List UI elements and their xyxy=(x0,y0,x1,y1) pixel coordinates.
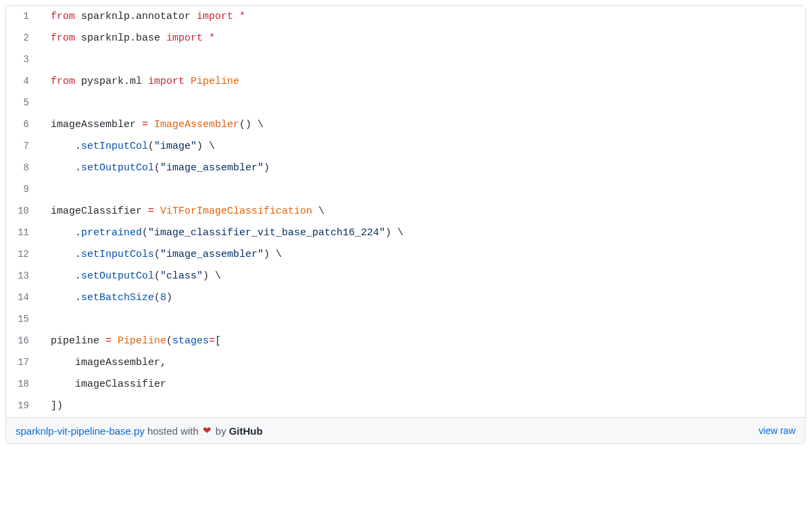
line-number: 19 xyxy=(6,396,40,416)
line-content[interactable] xyxy=(40,93,57,114)
line-content[interactable]: from pyspark.ml import Pipeline xyxy=(40,71,239,93)
line-content[interactable]: from sparknlp.annotator import * xyxy=(40,6,245,28)
code-line: 9 xyxy=(6,179,805,201)
github-link[interactable]: GitHub xyxy=(229,425,263,437)
line-number: 15 xyxy=(6,310,40,329)
line-number: 3 xyxy=(6,50,40,70)
line-content[interactable]: .pretrained("image_classifier_vit_base_p… xyxy=(40,222,403,244)
hosted-with-text: hosted with xyxy=(147,425,199,437)
code-line: 2from sparknlp.base import * xyxy=(6,28,805,49)
view-raw-link[interactable]: view raw xyxy=(759,425,795,436)
line-content[interactable]: from sparknlp.base import * xyxy=(40,28,215,49)
code-line: 10imageClassifier = ViTForImageClassific… xyxy=(6,201,805,222)
code-line: 13 .setOutputCol("class") \ xyxy=(6,266,805,287)
gist-container: 1from sparknlp.annotator import *2from s… xyxy=(5,5,806,444)
code-line: 1from sparknlp.annotator import * xyxy=(6,6,805,28)
line-number: 5 xyxy=(6,93,40,113)
code-line: 12 .setInputCols("image_assembler") \ xyxy=(6,244,805,266)
code-line: 17 imageAssembler, xyxy=(6,352,805,374)
code-line: 16pipeline = Pipeline(stages=[ xyxy=(6,331,805,352)
line-number: 9 xyxy=(6,180,40,199)
line-content[interactable]: imageAssembler = ImageAssembler() \ xyxy=(40,114,264,136)
line-number: 6 xyxy=(6,115,40,135)
code-area: 1from sparknlp.annotator import *2from s… xyxy=(6,6,805,417)
line-content[interactable]: .setInputCols("image_assembler") \ xyxy=(40,244,282,266)
code-line: 11 .pretrained("image_classifier_vit_bas… xyxy=(6,222,805,244)
line-number: 16 xyxy=(6,331,40,351)
line-number: 13 xyxy=(6,266,40,286)
line-number: 18 xyxy=(6,374,40,394)
line-number: 14 xyxy=(6,288,40,308)
line-content[interactable]: imageClassifier xyxy=(40,374,166,395)
line-content[interactable]: .setOutputCol("class") \ xyxy=(40,266,221,287)
line-number: 12 xyxy=(6,245,40,264)
code-line: 7 .setInputCol("image") \ xyxy=(6,136,805,158)
code-line: 18 imageClassifier xyxy=(6,374,805,395)
code-line: 19]) xyxy=(6,395,805,417)
line-content[interactable]: .setOutputCol("image_assembler") xyxy=(40,158,270,179)
code-line: 8 .setOutputCol("image_assembler") xyxy=(6,158,805,179)
line-number: 17 xyxy=(6,353,40,372)
code-line: 15 xyxy=(6,309,805,331)
gist-meta-left: sparknlp-vit-pipeline-base.py hosted wit… xyxy=(16,425,263,437)
heart-icon: ❤ xyxy=(203,425,212,437)
line-content[interactable]: .setBatchSize(8) xyxy=(40,287,172,309)
line-content[interactable] xyxy=(40,179,57,201)
line-content[interactable]: .setInputCol("image") \ xyxy=(40,136,215,158)
line-content[interactable]: imageClassifier = ViTForImageClassificat… xyxy=(40,201,324,222)
line-content[interactable] xyxy=(40,309,57,331)
code-line: 5 xyxy=(6,93,805,114)
line-content[interactable] xyxy=(40,49,57,71)
line-number: 1 xyxy=(6,7,40,26)
line-number: 4 xyxy=(6,72,40,91)
by-text: by xyxy=(216,425,226,437)
line-number: 2 xyxy=(6,28,40,48)
line-number: 7 xyxy=(6,137,40,156)
gist-filename-link[interactable]: sparknlp-vit-pipeline-base.py xyxy=(16,425,145,437)
line-number: 10 xyxy=(6,201,40,221)
code-line: 4from pyspark.ml import Pipeline xyxy=(6,71,805,93)
code-line: 14 .setBatchSize(8) xyxy=(6,287,805,309)
code-line: 6imageAssembler = ImageAssembler() \ xyxy=(6,114,805,136)
code-line: 3 xyxy=(6,49,805,71)
line-content[interactable]: ]) xyxy=(40,395,63,417)
line-content[interactable]: imageAssembler, xyxy=(40,352,166,374)
line-number: 8 xyxy=(6,158,40,178)
line-number: 11 xyxy=(6,223,40,243)
line-content[interactable]: pipeline = Pipeline(stages=[ xyxy=(40,331,221,352)
gist-meta-bar: sparknlp-vit-pipeline-base.py hosted wit… xyxy=(6,417,805,443)
